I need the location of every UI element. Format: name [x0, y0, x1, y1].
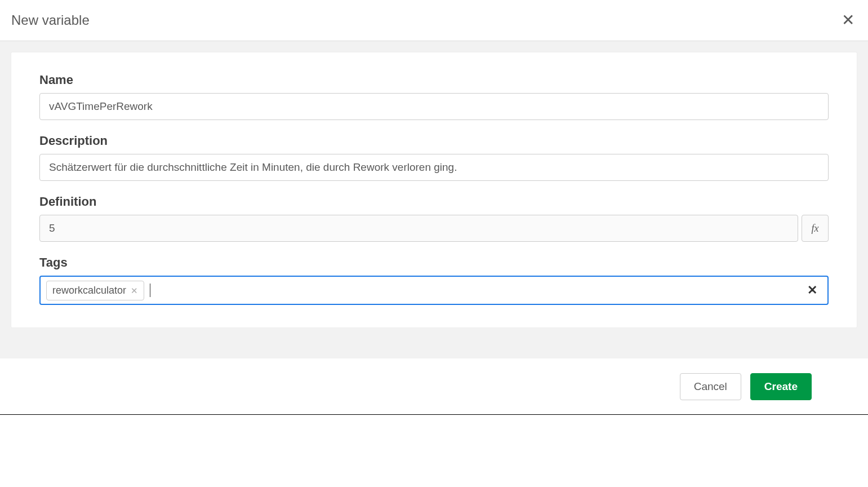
dialog-footer: Cancel Create — [0, 358, 868, 415]
name-input[interactable] — [39, 93, 829, 120]
tags-clear-button[interactable]: ✕ — [803, 282, 822, 299]
definition-row: fx — [39, 215, 829, 242]
dialog-title: New variable — [11, 12, 90, 28]
description-input[interactable] — [39, 154, 829, 181]
cancel-button[interactable]: Cancel — [680, 373, 741, 400]
dialog-header: New variable ✕ — [0, 0, 868, 41]
tag-chip-label: reworkcalculator — [52, 285, 126, 296]
close-icon: ✕ — [842, 11, 854, 29]
tags-input[interactable]: reworkcalculator ✕ ✕ — [39, 276, 829, 305]
tag-chip: reworkcalculator ✕ — [46, 281, 144, 300]
fx-icon: fx — [812, 223, 819, 234]
form-card: Name Description Definition fx Tags rewo… — [11, 52, 857, 327]
clear-icon: ✕ — [807, 283, 817, 297]
dialog-body: Name Description Definition fx Tags rewo… — [0, 41, 868, 358]
create-button[interactable]: Create — [750, 373, 812, 400]
tags-label: Tags — [39, 255, 829, 270]
name-label: Name — [39, 73, 829, 87]
definition-input[interactable] — [39, 215, 798, 242]
description-label: Description — [39, 134, 829, 148]
tag-remove-button[interactable]: ✕ — [131, 286, 138, 295]
tags-text-cursor — [150, 284, 150, 297]
definition-label: Definition — [39, 194, 829, 209]
expression-editor-button[interactable]: fx — [802, 215, 829, 242]
close-button[interactable]: ✕ — [839, 10, 857, 30]
